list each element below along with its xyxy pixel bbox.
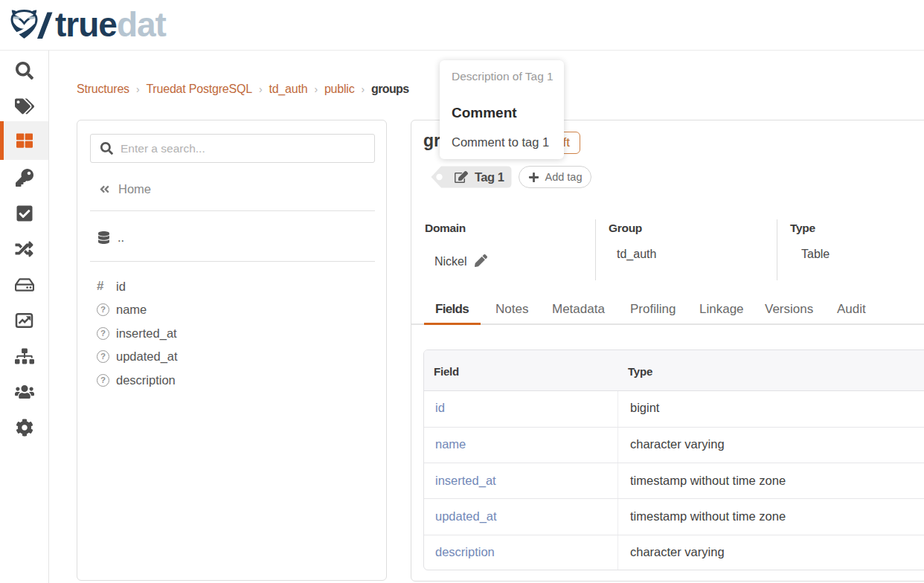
svg-text:truedat: truedat (55, 5, 167, 44)
